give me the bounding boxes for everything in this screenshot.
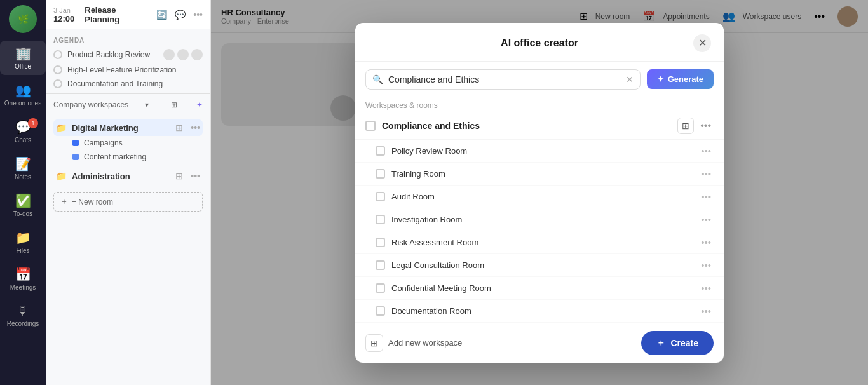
create-plus-icon: ＋: [656, 337, 665, 349]
generate-label: Generate: [668, 74, 703, 84]
meetings-icon: 📅: [15, 267, 31, 282]
sidebar-item-files[interactable]: 📁 Files: [0, 225, 46, 259]
room-row-2: Audit Room •••: [355, 186, 724, 208]
create-label: Create: [670, 338, 698, 348]
room-more-1[interactable]: •••: [698, 167, 714, 180]
sidebar-item-meetings[interactable]: 📅 Meetings: [0, 262, 46, 296]
workspace-more-button[interactable]: •••: [698, 119, 714, 133]
room-more-7[interactable]: •••: [698, 304, 714, 318]
new-room-button[interactable]: ＋ + New room: [53, 192, 203, 212]
room-more-0[interactable]: •••: [698, 144, 714, 158]
add-workspace-icon[interactable]: ⊞: [171, 100, 177, 109]
room-name-5: Legal Consultation Room: [391, 260, 484, 270]
sidebar-item-files-label: Files: [16, 247, 29, 254]
generate-button[interactable]: ✦ Generate: [647, 69, 714, 89]
sidebar-item-office-label: Office: [15, 63, 31, 70]
workspace-section: 📁 Digital Marketing ⊞ ••• Campaigns Cont…: [46, 116, 210, 188]
refresh-icon[interactable]: 🔄: [156, 10, 167, 20]
modal-footer: ⊞ Add new workspace ＋ Create: [355, 323, 724, 363]
room-checkbox-3[interactable]: [376, 215, 385, 224]
section-label: Workspaces & rooms: [355, 97, 724, 112]
workspace-item-digital-marketing[interactable]: 📁 Digital Marketing ⊞ •••: [53, 119, 203, 136]
logo: 🌿: [9, 5, 37, 33]
room-checkbox-5[interactable]: [376, 260, 385, 270]
workspace-checkbox[interactable]: [365, 121, 376, 131]
search-icon: 🔍: [372, 74, 383, 84]
room-dot-content-marketing: [72, 154, 79, 160]
chat-icon[interactable]: 💬: [175, 10, 186, 20]
notes-icon: 📝: [15, 156, 31, 172]
workspace-more-icon-admin[interactable]: •••: [191, 171, 200, 181]
close-icon: ✕: [698, 37, 707, 49]
room-item-content-marketing[interactable]: Content marketing: [53, 150, 203, 164]
rooms-list: Policy Review Room ••• Training Room •••: [355, 140, 724, 323]
agenda-item-1-label: Product Backlog Review: [67, 50, 150, 59]
sidebar-item-recordings-label: Recordings: [7, 320, 39, 327]
room-more-2[interactable]: •••: [698, 190, 714, 203]
sidebar-item-to-dos[interactable]: ✅ To-dos: [0, 188, 46, 222]
room-row-7: Documentation Room •••: [355, 300, 724, 323]
add-workspace-icon-box: ⊞: [365, 334, 383, 352]
sidebar-item-one-on-ones[interactable]: 👥 One-on-ones: [0, 78, 46, 112]
add-room-icon[interactable]: ⊞: [175, 123, 183, 133]
main-content: HR Consultancy Company - Enterprise ⊞ Ne…: [211, 0, 868, 385]
room-item-campaigns[interactable]: Campaigns: [53, 136, 203, 150]
workspace-item-administration[interactable]: 📁 Administration ⊞ •••: [53, 168, 203, 184]
add-workspace-button[interactable]: ⊞ Add new workspace: [365, 334, 462, 352]
workspace-actions: ⊞ •••: [677, 118, 714, 134]
folder-icon-admin: 📁: [56, 171, 67, 181]
agenda-item-3: Documentation and Training: [53, 77, 203, 91]
room-row-6: Confidential Meeting Room •••: [355, 277, 724, 300]
room-row-5: Legal Consultation Room •••: [355, 254, 724, 277]
modal-backdrop[interactable]: AI office creator ✕ 🔍 ✕ ✦ Generate: [211, 0, 868, 385]
room-more-6[interactable]: •••: [698, 281, 714, 295]
workspace-name: Compliance and Ethics: [382, 121, 480, 131]
workspace-dropdown-icon[interactable]: ▾: [145, 100, 149, 109]
sidebar-item-notes[interactable]: 📝 Notes: [0, 151, 46, 186]
modal-close-button[interactable]: ✕: [693, 34, 711, 52]
workspace-add-button[interactable]: ⊞: [677, 118, 694, 134]
create-button[interactable]: ＋ Create: [641, 331, 714, 355]
add-room-icon-admin[interactable]: ⊞: [175, 171, 183, 181]
room-name-2: Audit Room: [391, 192, 435, 201]
files-icon: 📁: [15, 230, 31, 245]
workspace-header-label: Company workspaces: [53, 100, 128, 109]
sidebar-item-office[interactable]: 🏢 Office: [0, 41, 46, 75]
more-icon[interactable]: •••: [193, 10, 203, 20]
new-room-label: + New room: [72, 198, 113, 206]
room-name-0: Policy Review Room: [391, 146, 467, 156]
meeting-title: Release Planning: [85, 5, 151, 24]
sidebar-item-recordings[interactable]: 🎙 Recordings: [0, 299, 46, 332]
modal-ai-office-creator: AI office creator ✕ 🔍 ✕ ✦ Generate: [355, 23, 724, 363]
room-checkbox-7[interactable]: [376, 306, 385, 316]
room-row-4: Risk Assessment Room •••: [355, 231, 724, 254]
room-name-7: Documentation Room: [391, 306, 471, 316]
room-more-4[interactable]: •••: [698, 236, 714, 249]
room-checkbox-2[interactable]: [376, 192, 385, 201]
workspace-more-icon[interactable]: •••: [191, 123, 200, 133]
ai-icon[interactable]: ✦: [196, 100, 203, 109]
meeting-date: 3 Jan: [53, 6, 74, 14]
icon-sidebar: 🌿 🏢 Office 👥 One-on-ones 1 💬 Chats 📝 Not…: [0, 0, 46, 385]
room-name-6: Confidential Meeting Room: [391, 283, 491, 293]
search-input[interactable]: [388, 74, 621, 84]
room-more-3[interactable]: •••: [698, 213, 714, 226]
room-more-5[interactable]: •••: [698, 259, 714, 272]
room-row-3: Investigation Room •••: [355, 208, 724, 231]
room-checkbox-0[interactable]: [376, 146, 385, 156]
sidebar-item-chats-label: Chats: [15, 137, 31, 144]
room-checkbox-6[interactable]: [376, 283, 385, 293]
add-workspace-label: Add new workspace: [388, 338, 462, 348]
modal-title: AI office creator: [386, 37, 693, 49]
sidebar-item-to-dos-label: To-dos: [13, 210, 32, 217]
room-checkbox-1[interactable]: [376, 169, 385, 179]
agenda-item-1: Product Backlog Review: [53, 46, 203, 63]
room-checkbox-4[interactable]: [376, 238, 385, 247]
sidebar-item-chats[interactable]: 1 💬 Chats: [0, 114, 46, 149]
room-name-3: Investigation Room: [391, 215, 462, 224]
search-clear-icon[interactable]: ✕: [626, 74, 634, 84]
to-dos-icon: ✅: [15, 193, 31, 208]
folder-icon: 📁: [56, 123, 67, 133]
room-dot-campaigns: [72, 140, 79, 146]
room-label-campaigns: Campaigns: [84, 138, 123, 147]
